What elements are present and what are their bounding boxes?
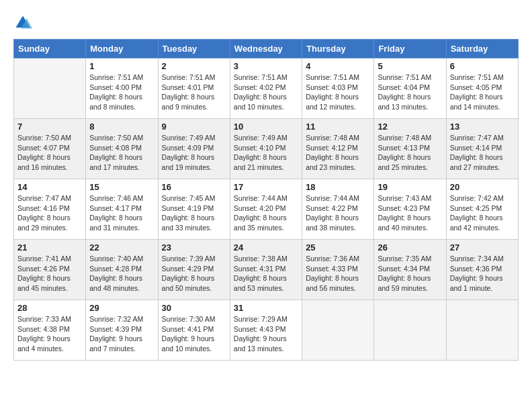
header-day: Thursday [302, 40, 374, 58]
day-number: 11 [306, 122, 370, 132]
day-number: 29 [89, 303, 154, 313]
day-info: Sunrise: 7:38 AMSunset: 4:31 PMDaylight:… [234, 254, 298, 293]
day-cell: 5Sunrise: 7:51 AMSunset: 4:04 PMDaylight… [374, 58, 446, 119]
day-cell: 29Sunrise: 7:32 AMSunset: 4:39 PMDayligh… [86, 300, 158, 361]
day-info: Sunrise: 7:50 AMSunset: 4:07 PMDaylight:… [17, 133, 82, 173]
day-cell: 8Sunrise: 7:50 AMSunset: 4:08 PMDaylight… [86, 119, 158, 179]
day-cell: 18Sunrise: 7:44 AMSunset: 4:22 PMDayligh… [302, 179, 374, 240]
day-cell: 17Sunrise: 7:44 AMSunset: 4:20 PMDayligh… [230, 179, 302, 240]
day-info: Sunrise: 7:51 AMSunset: 4:03 PMDaylight:… [306, 73, 370, 112]
day-number: 28 [17, 303, 82, 313]
day-info: Sunrise: 7:43 AMSunset: 4:23 PMDaylight:… [378, 193, 442, 233]
day-number: 31 [234, 303, 298, 313]
day-cell [446, 300, 518, 361]
day-info: Sunrise: 7:50 AMSunset: 4:08 PMDaylight:… [89, 133, 154, 173]
header-day: Tuesday [158, 40, 230, 58]
day-info: Sunrise: 7:44 AMSunset: 4:20 PMDaylight:… [234, 193, 298, 233]
day-info: Sunrise: 7:51 AMSunset: 4:04 PMDaylight:… [378, 73, 442, 112]
day-number: 20 [450, 182, 515, 192]
day-cell: 11Sunrise: 7:48 AMSunset: 4:12 PMDayligh… [302, 119, 374, 179]
day-cell: 16Sunrise: 7:45 AMSunset: 4:19 PMDayligh… [158, 179, 230, 240]
day-info: Sunrise: 7:39 AMSunset: 4:29 PMDaylight:… [162, 254, 226, 293]
day-info: Sunrise: 7:40 AMSunset: 4:28 PMDaylight:… [89, 254, 154, 293]
day-number: 5 [378, 61, 442, 71]
day-number: 26 [378, 242, 442, 253]
day-number: 18 [306, 182, 370, 192]
header [13, 13, 519, 32]
day-number: 4 [306, 61, 370, 71]
day-cell: 3Sunrise: 7:51 AMSunset: 4:02 PMDaylight… [230, 58, 302, 119]
day-cell [14, 58, 86, 119]
day-info: Sunrise: 7:46 AMSunset: 4:17 PMDaylight:… [89, 193, 154, 233]
day-number: 12 [378, 122, 442, 132]
day-info: Sunrise: 7:45 AMSunset: 4:19 PMDaylight:… [162, 193, 226, 233]
day-cell: 21Sunrise: 7:41 AMSunset: 4:26 PMDayligh… [14, 240, 86, 300]
day-info: Sunrise: 7:44 AMSunset: 4:22 PMDaylight:… [306, 193, 370, 233]
day-info: Sunrise: 7:51 AMSunset: 4:01 PMDaylight:… [162, 73, 226, 112]
logo-icon [13, 13, 32, 32]
day-cell: 19Sunrise: 7:43 AMSunset: 4:23 PMDayligh… [374, 179, 446, 240]
day-number: 6 [450, 61, 515, 71]
day-info: Sunrise: 7:42 AMSunset: 4:25 PMDaylight:… [450, 193, 515, 233]
week-row: 28Sunrise: 7:33 AMSunset: 4:38 PMDayligh… [14, 300, 519, 361]
day-cell: 25Sunrise: 7:36 AMSunset: 4:33 PMDayligh… [302, 240, 374, 300]
day-number: 30 [162, 303, 226, 313]
day-cell: 31Sunrise: 7:29 AMSunset: 4:43 PMDayligh… [230, 300, 302, 361]
day-cell: 20Sunrise: 7:42 AMSunset: 4:25 PMDayligh… [446, 179, 518, 240]
day-number: 7 [17, 122, 82, 132]
day-info: Sunrise: 7:48 AMSunset: 4:12 PMDaylight:… [306, 133, 370, 173]
day-info: Sunrise: 7:49 AMSunset: 4:09 PMDaylight:… [162, 133, 226, 173]
day-info: Sunrise: 7:35 AMSunset: 4:34 PMDaylight:… [378, 254, 442, 293]
day-cell: 22Sunrise: 7:40 AMSunset: 4:28 PMDayligh… [86, 240, 158, 300]
day-cell: 13Sunrise: 7:47 AMSunset: 4:14 PMDayligh… [446, 119, 518, 179]
day-number: 16 [162, 182, 226, 192]
day-info: Sunrise: 7:30 AMSunset: 4:41 PMDaylight:… [162, 314, 226, 354]
day-cell: 6Sunrise: 7:51 AMSunset: 4:05 PMDaylight… [446, 58, 518, 119]
day-cell: 10Sunrise: 7:49 AMSunset: 4:10 PMDayligh… [230, 119, 302, 179]
week-row: 14Sunrise: 7:47 AMSunset: 4:16 PMDayligh… [14, 179, 519, 240]
day-info: Sunrise: 7:51 AMSunset: 4:05 PMDaylight:… [450, 73, 515, 112]
day-number: 3 [234, 61, 298, 71]
day-cell: 23Sunrise: 7:39 AMSunset: 4:29 PMDayligh… [158, 240, 230, 300]
header-day: Sunday [14, 40, 86, 58]
day-number: 27 [450, 242, 515, 253]
logo [13, 13, 35, 32]
day-cell: 14Sunrise: 7:47 AMSunset: 4:16 PMDayligh… [14, 179, 86, 240]
day-number: 24 [234, 242, 298, 253]
day-info: Sunrise: 7:51 AMSunset: 4:00 PMDaylight:… [89, 73, 154, 112]
header-day: Wednesday [230, 40, 302, 58]
day-info: Sunrise: 7:51 AMSunset: 4:02 PMDaylight:… [234, 73, 298, 112]
day-cell [374, 300, 446, 361]
day-number: 9 [162, 122, 226, 132]
day-cell: 15Sunrise: 7:46 AMSunset: 4:17 PMDayligh… [86, 179, 158, 240]
day-number: 19 [378, 182, 442, 192]
day-info: Sunrise: 7:47 AMSunset: 4:14 PMDaylight:… [450, 133, 515, 173]
header-day: Saturday [446, 40, 518, 58]
day-cell: 9Sunrise: 7:49 AMSunset: 4:09 PMDaylight… [158, 119, 230, 179]
day-info: Sunrise: 7:36 AMSunset: 4:33 PMDaylight:… [306, 254, 370, 293]
day-number: 23 [162, 242, 226, 253]
day-cell: 26Sunrise: 7:35 AMSunset: 4:34 PMDayligh… [374, 240, 446, 300]
day-info: Sunrise: 7:48 AMSunset: 4:13 PMDaylight:… [378, 133, 442, 173]
day-cell: 30Sunrise: 7:30 AMSunset: 4:41 PMDayligh… [158, 300, 230, 361]
day-number: 15 [89, 182, 154, 192]
day-info: Sunrise: 7:47 AMSunset: 4:16 PMDaylight:… [17, 193, 82, 233]
week-row: 7Sunrise: 7:50 AMSunset: 4:07 PMDaylight… [14, 119, 519, 179]
day-number: 22 [89, 242, 154, 253]
day-cell: 24Sunrise: 7:38 AMSunset: 4:31 PMDayligh… [230, 240, 302, 300]
calendar-table: SundayMondayTuesdayWednesdayThursdayFrid… [13, 39, 519, 361]
day-number: 13 [450, 122, 515, 132]
day-cell: 4Sunrise: 7:51 AMSunset: 4:03 PMDaylight… [302, 58, 374, 119]
header-row: SundayMondayTuesdayWednesdayThursdayFrid… [14, 40, 519, 58]
day-number: 1 [89, 61, 154, 71]
day-info: Sunrise: 7:41 AMSunset: 4:26 PMDaylight:… [17, 254, 82, 293]
day-number: 8 [89, 122, 154, 132]
day-info: Sunrise: 7:29 AMSunset: 4:43 PMDaylight:… [234, 314, 298, 354]
day-number: 25 [306, 242, 370, 253]
header-day: Monday [86, 40, 158, 58]
day-number: 21 [17, 242, 82, 253]
day-cell: 28Sunrise: 7:33 AMSunset: 4:38 PMDayligh… [14, 300, 86, 361]
week-row: 21Sunrise: 7:41 AMSunset: 4:26 PMDayligh… [14, 240, 519, 300]
week-row: 1Sunrise: 7:51 AMSunset: 4:00 PMDaylight… [14, 58, 519, 119]
day-number: 14 [17, 182, 82, 192]
